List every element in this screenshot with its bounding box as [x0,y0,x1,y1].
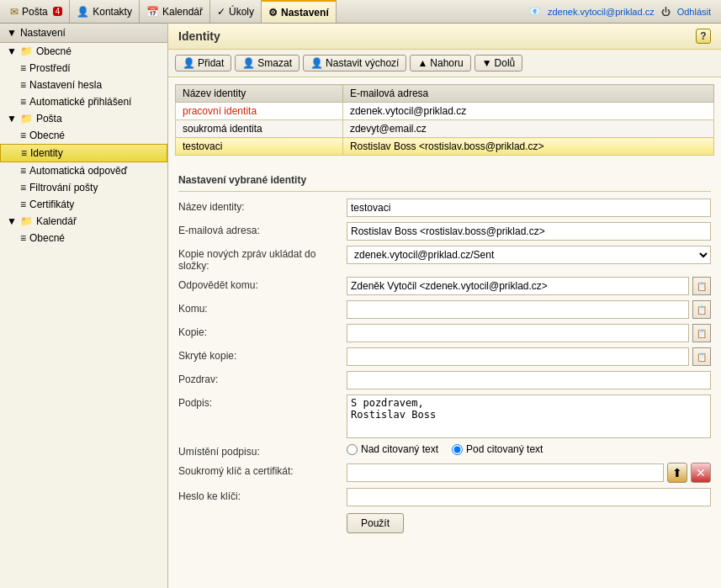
input-odpovedet[interactable] [347,277,689,295]
identity-name-cell[interactable]: pracovní identita [176,103,343,120]
input-kopie2[interactable] [347,324,689,342]
expand-icon3: ▼ [7,215,17,227]
radio-group-umisteni: Nad citovaný text Pod citovaný text [347,443,543,455]
sidebar-item-prostredi[interactable]: ≡ Prostředí [0,60,167,77]
table-row[interactable]: pracovní identita zdenek.vytocil@priklad… [176,103,714,120]
contacts-icon: 👤 [77,6,89,18]
doc-icon7: ≡ [20,182,26,193]
label-skryte: Skryté kopie: [178,347,347,362]
form-row-heslo: Heslo ke klíči: [178,488,711,506]
col-email: E-mailová adresa [342,85,713,103]
label-email: E-mailová adresa: [178,222,347,236]
sidebar-group-kalendar-title[interactable]: ▼ 📁 Kalendář [0,213,167,230]
input-kopie2-wrapper: 📋 [347,324,711,342]
sidebar-group-obecne-title[interactable]: ▼ 📁 Obecné [0,43,167,60]
form-row-umisteni: Umístění podpisu: Nad citovaný text Pod … [178,443,711,458]
sidebar-item-autologin[interactable]: ≡ Automatické přihlášení [0,93,167,110]
doc-icon5: ≡ [21,147,27,159]
table-row-selected[interactable]: testovaci Rostislav Boss <rostislav.boss… [176,138,714,156]
label-kopie2: Kopie: [178,324,347,338]
input-pozdrav-wrapper [347,371,711,389]
upload-cert-button[interactable]: ⬆ [667,463,687,483]
form-row-odpovedet: Odpovědět komu: 📋 [178,277,711,295]
table-row[interactable]: soukromá identita zdevyt@email.cz [176,120,714,138]
calendar-icon: 📅 [146,6,159,18]
dolu-button[interactable]: ▼ Dolů [474,55,523,72]
doc-icon4: ≡ [20,130,26,141]
sidebar-item-identity[interactable]: ≡ Identity [0,144,167,162]
expand-icon: ▼ [7,45,17,57]
logout-icon: ⏻ [661,7,671,17]
sidebar-group-obecne: ▼ 📁 Obecné ≡ Prostředí ≡ Nastavení hesla… [0,43,167,110]
label-nazev: Název identity: [178,199,347,213]
delete-cert-button[interactable]: ✕ [691,463,711,483]
sidebar-item-filtrovani[interactable]: ≡ Filtrování pošty [0,179,167,196]
posta-badge: 4 [53,7,63,16]
pridat-button[interactable]: 👤 Přidat [175,55,231,72]
tasks-icon: ✓ [217,6,225,18]
input-email[interactable] [347,222,711,241]
form-row-kopie2: Kopie: 📋 [178,324,711,342]
page-title: Identity [178,29,220,43]
radio-umisteni-wrapper: Nad citovaný text Pod citovaný text [347,443,711,455]
input-nazev[interactable] [347,199,711,217]
smazat-button[interactable]: 👤 Smazat [235,55,300,72]
select-kopie-wrapper: zdenek.vytocil@priklad.cz/Sent [347,246,711,264]
delete-icon: 👤 [242,57,255,69]
input-soukromy-wrapper: ⬆ ✕ [347,463,711,483]
addr-btn-kopie2[interactable]: 📋 [692,324,711,342]
pouzit-button[interactable]: Použít [347,513,404,533]
addr-btn-odpovedet[interactable]: 📋 [692,277,711,295]
sidebar-group-posta-title[interactable]: ▼ 📁 Pošta [0,110,167,127]
input-pozdrav[interactable] [347,371,711,389]
user-info: 📧 zdenek.vytocil@priklad.cz ⏻ Odhlásit [522,6,718,17]
sidebar-item-kalendar-obecne[interactable]: ≡ Obecné [0,230,167,246]
sidebar-item-hesla[interactable]: ≡ Nastavení hesla [0,77,167,93]
content-area: Identity ? 👤 Přidat 👤 Smazat 👤 Nastavit … [168,24,721,588]
identity-link[interactable]: pracovní identita [183,105,257,117]
star-icon: 👤 [310,57,323,69]
label-komu: Komu: [178,300,347,315]
main-layout: ▼ Nastavení ▼ 📁 Obecné ≡ Prostředí ≡ Nas… [0,24,721,588]
help-button[interactable]: ? [696,29,711,44]
group-label2: Pošta [36,113,62,124]
radio-pod[interactable]: Pod citovaný text [452,443,543,455]
radio-nad[interactable]: Nad citovaný text [347,443,438,455]
user-email[interactable]: zdenek.vytocil@priklad.cz [548,7,655,17]
label-heslo: Heslo ke klíči: [178,488,347,502]
nastavit-vychozi-button[interactable]: 👤 Nastavit výchozí [303,55,406,72]
label-umisteni: Umístění podpisu: [178,443,347,458]
input-podpis[interactable]: S pozdravem, Rostislav Boss [347,395,711,438]
input-heslo-wrapper [347,488,711,506]
select-kopie[interactable]: zdenek.vytocil@priklad.cz/Sent [347,246,711,264]
nahoru-button[interactable]: ▲ Nahoru [410,55,470,72]
radio-nad-input[interactable] [347,444,358,455]
label-pozdrav: Pozdrav: [178,371,347,385]
logout-link[interactable]: Odhlásit [677,7,711,17]
nav-kalendar[interactable]: 📅 Kalendář [140,0,210,23]
sidebar-header-arrow: ▼ [7,27,17,39]
radio-pod-input[interactable] [452,444,463,455]
addr-btn-skryte[interactable]: 📋 [692,347,711,366]
addr-btn-komu[interactable]: 📋 [692,300,711,319]
nav-nastaveni[interactable]: ⚙ Nastavení [262,0,337,23]
sidebar-item-posta-obecne[interactable]: ≡ Obecné [0,127,167,144]
form-row-pozdrav: Pozdrav: [178,371,711,389]
form-row-podpis: Podpis: S pozdravem, Rostislav Boss [178,395,711,438]
nav-ukoly[interactable]: ✓ Úkoly [210,0,262,23]
nav-posta[interactable]: Pošta 4 [3,0,70,23]
input-skryte[interactable] [347,347,689,366]
identity-name-cell3[interactable]: testovaci [176,138,343,156]
folder-icon3: 📁 [20,215,33,227]
sidebar-header[interactable]: ▼ Nastavení [0,24,167,43]
sidebar-item-certifikaty[interactable]: ≡ Certifikáty [0,196,167,213]
identity-name-cell2[interactable]: soukromá identita [176,120,343,138]
form-row-kopie-slozka: Kopie nových zpráv ukládat do složky: zd… [178,246,711,272]
sidebar-item-autoreply[interactable]: ≡ Automatická odpověď [0,162,167,179]
form-section: Nastavení vybrané identity Název identit… [168,162,721,545]
input-komu[interactable] [347,300,689,319]
input-soukromy[interactable] [347,464,664,482]
input-heslo[interactable] [347,488,711,506]
nav-kontakty[interactable]: 👤 Kontakty [70,0,140,23]
doc-icon6: ≡ [20,165,26,177]
